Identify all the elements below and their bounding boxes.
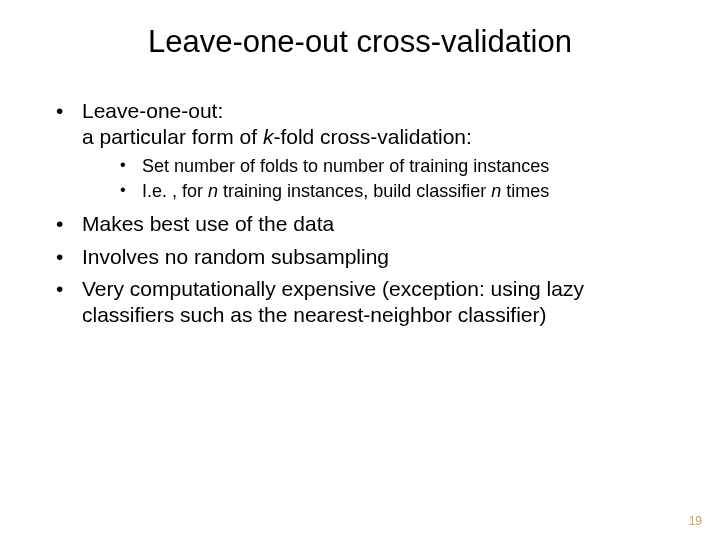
sub2-n1: n <box>208 181 218 201</box>
bullet-item-2: Makes best use of the data <box>54 211 680 237</box>
bullet-3-text: Involves no random subsampling <box>82 245 389 268</box>
slide-title: Leave-one-out cross-validation <box>0 0 720 98</box>
bullet-4-text: Very computationally expensive (exceptio… <box>82 277 584 326</box>
bullet-1-line2-pre: a particular form of <box>82 125 263 148</box>
sub-bullet-1: Set number of folds to number of trainin… <box>116 155 680 178</box>
sub-bullet-list: Set number of folds to number of trainin… <box>82 155 680 204</box>
slide: Leave-one-out cross-validation Leave-one… <box>0 0 720 540</box>
bullet-item-3: Involves no random subsampling <box>54 244 680 270</box>
sub2-post: times <box>501 181 549 201</box>
bullet-1-k: k <box>263 125 274 148</box>
sub-bullet-2: I.e. , for n training instances, build c… <box>116 180 680 203</box>
bullet-item-4: Very computationally expensive (exceptio… <box>54 276 680 329</box>
bullet-list: Leave-one-out: a particular form of k-fo… <box>0 98 720 328</box>
bullet-1-line1: Leave-one-out: <box>82 99 223 122</box>
sub-bullet-1-text: Set number of folds to number of trainin… <box>142 156 549 176</box>
page-number: 19 <box>689 514 702 528</box>
sub2-n2: n <box>491 181 501 201</box>
sub2-mid: training instances, build classifier <box>218 181 491 201</box>
bullet-item-1: Leave-one-out: a particular form of k-fo… <box>54 98 680 203</box>
bullet-1-line2-post: -fold cross-validation: <box>273 125 471 148</box>
bullet-2-text: Makes best use of the data <box>82 212 334 235</box>
sub2-pre: I.e. , for <box>142 181 208 201</box>
